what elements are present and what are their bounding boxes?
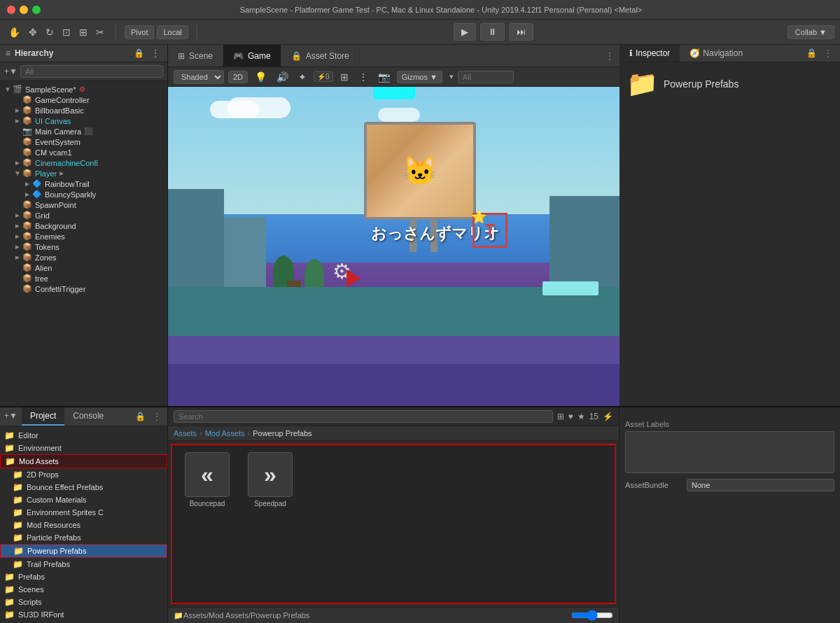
top-section: ≡ Hierarchy 🔒 ⋮ +▼ ▼ 🎬 SampleScene* ⚙ xyxy=(0,45,840,406)
tab-navigation[interactable]: 🧭 Navigation xyxy=(680,45,752,62)
item-label: Environment xyxy=(18,444,62,452)
hand-tool-icon[interactable]: ✋ xyxy=(6,25,23,39)
tree-item-grid[interactable]: ► 📦 Grid xyxy=(0,210,167,220)
minimize-button[interactable] xyxy=(20,6,28,14)
tree-item-bouncysparkly[interactable]: ► 🔷 BouncySparkly xyxy=(0,189,167,200)
project-item-prefabs[interactable]: 📁 Prefabs xyxy=(0,570,167,583)
project-item-bounceeffect[interactable]: 📁 Bounce Effect Prefabs xyxy=(0,481,167,493)
path-modassets[interactable]: Mod Assets xyxy=(205,429,245,438)
item-label: EventSystem xyxy=(35,138,80,146)
hierarchy-search-input[interactable] xyxy=(20,65,163,78)
gizmos-btn[interactable]: Gizmos ▼ xyxy=(397,71,442,83)
tree-item-enemies[interactable]: ► 📦 Enemies xyxy=(0,231,167,241)
project-add-btn[interactable]: +▼ xyxy=(0,407,22,426)
asset-size-slider[interactable] xyxy=(571,610,613,621)
tree-item-uicanvas[interactable]: ► 📦 UI Canvas xyxy=(0,115,167,126)
project-item-2dprops[interactable]: 📁 2D Props xyxy=(0,468,167,481)
project-item-modassets[interactable]: 📁 Mod Assets xyxy=(0,454,167,468)
project-item-envsprites[interactable]: 📁 Environment Sprites C xyxy=(0,506,167,519)
tree-item-tree[interactable]: 📦 tree xyxy=(0,273,167,284)
tab-inspector[interactable]: ℹ Inspector xyxy=(620,45,680,62)
project-item-editor[interactable]: 📁 Editor xyxy=(0,429,167,442)
tab-more-btn[interactable]: ⋮ xyxy=(600,45,620,66)
obj-icon: 📦 xyxy=(22,169,32,178)
hierarchy-more-icon[interactable]: ⋮ xyxy=(149,48,162,58)
project-item-scripts[interactable]: 📁 Scripts xyxy=(0,596,167,608)
project-item-trailprefabs[interactable]: 📁 Trail Prefabs xyxy=(0,558,167,570)
scale-tool-icon[interactable]: ⊡ xyxy=(59,25,74,39)
step-button[interactable]: ⏭ xyxy=(509,23,533,41)
pivot-button[interactable]: Pivot xyxy=(125,25,154,39)
tree-item-cinemachineconfi[interactable]: ► 📦 CinemachineConfi xyxy=(0,158,167,168)
effects-icon[interactable]: ✦ xyxy=(295,70,309,84)
tree-item-eventsystem[interactable]: 📦 EventSystem xyxy=(0,136,167,147)
tree-item-confettitrigger[interactable]: 📦 ConfettiTrigger xyxy=(0,284,167,294)
project-lock-icon[interactable]: 🔒 xyxy=(133,412,148,421)
game-tab-label: Game xyxy=(248,51,271,61)
item-label: CM vcam1 xyxy=(35,148,72,157)
asset-search-input[interactable] xyxy=(174,410,553,423)
asset-fav-icon[interactable]: ♥ xyxy=(568,412,573,421)
project-item-su3d[interactable]: 📁 SU3D IRFont xyxy=(0,608,167,621)
project-more-icon[interactable]: ⋮ xyxy=(150,412,163,421)
tree-item-alien[interactable]: 📦 Alien xyxy=(0,262,167,273)
inspector-more-icon[interactable]: ⋮ xyxy=(822,48,834,58)
folder-icon: 📁 xyxy=(4,584,15,594)
tree-item-spawnpoint[interactable]: 📦 SpawnPoint xyxy=(0,200,167,210)
tree-item-player[interactable]: ▼ 📦 Player ► xyxy=(0,168,167,178)
more-toolbar-icon[interactable]: ⋮ xyxy=(356,70,371,84)
custom-tool-icon[interactable]: ✂ xyxy=(93,25,107,39)
project-item-environment[interactable]: 📁 Environment xyxy=(0,442,167,454)
hierarchy-lock-icon[interactable]: 🔒 xyxy=(132,48,146,58)
maximize-button[interactable] xyxy=(32,6,41,14)
tab-game[interactable]: 🎮 Game xyxy=(223,45,281,66)
project-item-powerupprefabs[interactable]: 📁 Powerup Prefabs xyxy=(0,544,167,558)
overlay-btn[interactable]: ⚡0 xyxy=(314,71,333,82)
2d-mode-btn[interactable]: 2D xyxy=(228,71,248,83)
assetstore-tab-label: Asset Store xyxy=(306,51,349,61)
rect-tool-icon[interactable]: ⊞ xyxy=(76,25,90,39)
folder-icon: 📁 xyxy=(13,546,24,556)
audio-icon[interactable]: 🔊 xyxy=(274,70,291,84)
project-item-custommaterials[interactable]: 📁 Custom Materials xyxy=(0,493,167,506)
arrow-icon: ► xyxy=(14,222,21,230)
rotate-tool-icon[interactable]: ↻ xyxy=(43,25,57,39)
tree-item-samplescene[interactable]: ▼ 🎬 SampleScene* ⚙ xyxy=(0,84,167,94)
tab-project[interactable]: Project xyxy=(22,407,64,426)
tree-item-gamecontroller[interactable]: 📦 GameController xyxy=(0,94,167,105)
project-item-particleprefabs[interactable]: 📁 Particle Prefabs xyxy=(0,531,167,544)
project-item-scenes[interactable]: 📁 Scenes xyxy=(0,583,167,596)
tree-item-zones[interactable]: ► 📦 Zones xyxy=(0,252,167,262)
move-tool-icon[interactable]: ✥ xyxy=(26,25,40,39)
tree-item-maincamera[interactable]: 📷 Main Camera ⬛ xyxy=(0,126,167,136)
asset-item-speedpad[interactable]: » Speedpad xyxy=(242,452,298,507)
collab-button[interactable]: Collab ▼ xyxy=(788,25,834,39)
tab-scene[interactable]: ⊞ Scene xyxy=(168,45,223,66)
tree-item-cmvcam1[interactable]: 📦 CM vcam1 xyxy=(0,147,167,158)
scene-search-input[interactable] xyxy=(458,71,514,83)
asset-filter-icon[interactable]: ⊞ xyxy=(557,412,564,421)
path-assets[interactable]: Assets xyxy=(174,429,197,438)
hierarchy-add-btn[interactable]: +▼ xyxy=(4,66,18,76)
project-item-modresources[interactable]: 📁 Mod Resources xyxy=(0,519,167,531)
asset-labels-section: Asset Labels AssetBundle None xyxy=(625,420,834,491)
inspector-lock-icon[interactable]: 🔒 xyxy=(804,48,819,58)
asset-item-bouncepad[interactable]: « Bouncepad xyxy=(179,452,235,507)
tab-assetstore[interactable]: 🔒 Asset Store xyxy=(281,45,360,66)
camera-icon[interactable]: 📷 xyxy=(375,70,393,84)
pause-button[interactable]: ⏸ xyxy=(480,23,505,41)
tree-item-rainbowtrail[interactable]: ► 🔷 RainbowTrail xyxy=(0,178,167,189)
tree-item-tokens[interactable]: ► 📦 Tokens xyxy=(0,241,167,252)
play-button[interactable]: ▶ xyxy=(454,23,476,41)
shading-mode-dropdown[interactable]: Shaded xyxy=(174,70,224,84)
top-portal xyxy=(373,87,415,99)
lighting-icon[interactable]: 💡 xyxy=(252,70,270,84)
local-button[interactable]: Local xyxy=(157,25,188,39)
asset-content: « Bouncepad » Speedpad xyxy=(171,444,616,604)
tree-item-background[interactable]: ► 📦 Background xyxy=(0,220,167,231)
grid-icon[interactable]: ⊞ xyxy=(337,70,351,84)
asset-star-icon[interactable]: ★ xyxy=(578,412,585,421)
tree-item-billboardbasic[interactable]: ► 📦 BillboardBasic xyxy=(0,105,167,115)
tab-console[interactable]: Console xyxy=(64,407,112,426)
close-button[interactable] xyxy=(7,6,15,14)
